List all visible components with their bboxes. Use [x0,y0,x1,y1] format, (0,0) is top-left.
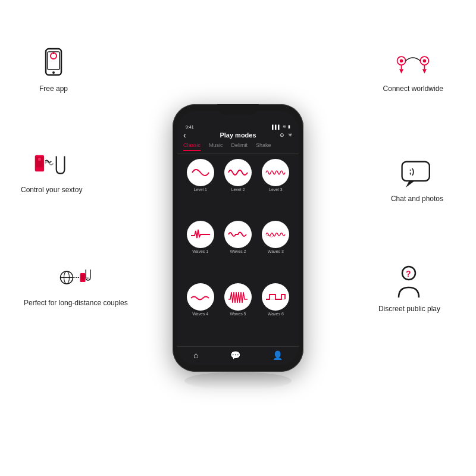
signal-icon: ▌▌▌ [272,125,281,129]
mode-circle-waves2 [224,221,252,248]
svg-point-20 [423,59,427,62]
tabs-bar: Classic Music Delimit Shake [177,140,299,154]
phone-outer: 9:41 ▌▌▌ ≋ ▮ ‹ Play modes ⊙ ✳ [173,104,303,372]
svg-marker-22 [422,69,427,73]
discreet-label: Discreet public play [378,304,440,314]
mode-waves4[interactable]: Waves 4 [183,283,217,342]
time: 9:41 [186,125,194,129]
chat-nav-icon[interactable]: 💬 [230,350,240,360]
free-app-label: Free app [39,84,68,94]
svg-rect-1 [48,52,60,70]
control-block: Control your sextoy [21,149,82,195]
mode-circle-level3 [262,159,289,186]
app-header: ‹ Play modes ⊙ ✳ [177,130,299,140]
chat-icon: ;) [399,158,435,190]
phone-reflection [184,372,292,390]
control-icon [34,149,70,181]
svg-point-4 [52,71,55,74]
mode-circle-waves4 [187,283,214,311]
wifi-icon: ≋ [283,124,286,129]
battery-icon: ▮ [288,124,290,129]
mode-waves5[interactable]: Waves 5 [221,283,255,342]
phone-screen: 9:41 ▌▌▌ ≋ ▮ ‹ Play modes ⊙ ✳ [177,111,299,365]
tab-shake[interactable]: Shake [256,142,271,151]
svg-rect-13 [81,274,84,280]
mode-label-waves3: Waves 3 [268,249,284,253]
svg-point-16 [400,59,403,62]
bottom-nav: ⌂ 💬 👤 [177,346,299,365]
svg-text:?: ? [406,269,411,278]
chat-block: ;) Chat and photos [391,158,443,204]
mode-label-level1: Level 1 [193,187,207,192]
svg-point-7 [38,158,41,161]
phone: 9:41 ▌▌▌ ≋ ▮ ‹ Play modes ⊙ ✳ [173,104,303,372]
page-container: Free app Control your sextoy [0,0,476,476]
mode-label-waves6: Waves 6 [268,312,284,316]
header-actions: ⊙ ✳ [280,132,293,138]
svg-marker-18 [399,69,403,73]
mode-label-waves2: Waves 2 [230,249,246,253]
header-title: Play modes [220,131,256,139]
mode-label-waves1: Waves 1 [192,249,208,253]
mode-circle-level1 [187,159,214,186]
mode-circle-waves5 [224,283,252,311]
long-distance-icon: ⌁ [58,262,93,295]
free-app-block: Free app [36,48,71,94]
profile-nav-icon[interactable]: 👤 [273,350,283,360]
connect-label: Connect worldwide [383,84,443,94]
svg-rect-23 [402,162,430,181]
bluetooth-icon[interactable]: ✳ [288,132,293,138]
control-label: Control your sextoy [21,185,82,195]
mode-level2[interactable]: Level 2 [221,159,255,217]
long-distance-label: Perfect for long-distance couples [24,298,128,308]
mode-waves1[interactable]: Waves 1 [183,221,217,279]
mode-waves2[interactable]: Waves 2 [221,221,255,279]
chat-label: Chat and photos [391,194,443,204]
mode-level3[interactable]: Level 3 [259,159,293,217]
mode-label-waves5: Waves 5 [230,312,246,316]
mode-label-level3: Level 3 [269,187,283,192]
status-icons: ▌▌▌ ≋ ▮ [272,124,290,129]
back-button[interactable]: ‹ [183,130,186,140]
phone-icon [36,48,71,80]
mode-circle-level2 [224,159,252,186]
app-screen: 9:41 ▌▌▌ ≋ ▮ ‹ Play modes ⊙ ✳ [177,111,299,365]
connect-block: Connect worldwide [383,48,443,94]
long-distance-block: ⌁ Perfect for long-distance couples [24,262,128,308]
mode-label-waves4: Waves 4 [192,312,208,316]
modes-grid: Level 1 Level 2 [177,154,299,346]
discreet-block: ? Discreet public play [378,268,440,314]
tab-music[interactable]: Music [209,142,223,151]
phone-notch [217,104,259,115]
discreet-icon: ? [392,268,427,300]
mode-waves6[interactable]: Waves 6 [259,283,293,342]
mode-label-level2: Level 2 [231,187,245,192]
mode-waves3[interactable]: Waves 3 [259,221,293,279]
tab-delimit[interactable]: Delimit [231,142,248,151]
mode-circle-waves1 [187,221,214,248]
svg-marker-24 [406,181,415,187]
mode-circle-waves3 [262,221,289,248]
home-nav-icon[interactable]: ⌂ [193,350,198,360]
status-bar: 9:41 ▌▌▌ ≋ ▮ [177,123,299,130]
connect-icon [395,48,431,80]
svg-text:;): ;) [409,167,415,176]
tab-classic[interactable]: Classic [183,142,201,151]
mode-level1[interactable]: Level 1 [183,159,217,217]
mode-circle-waves6 [262,283,289,311]
person-icon[interactable]: ⊙ [280,132,284,138]
